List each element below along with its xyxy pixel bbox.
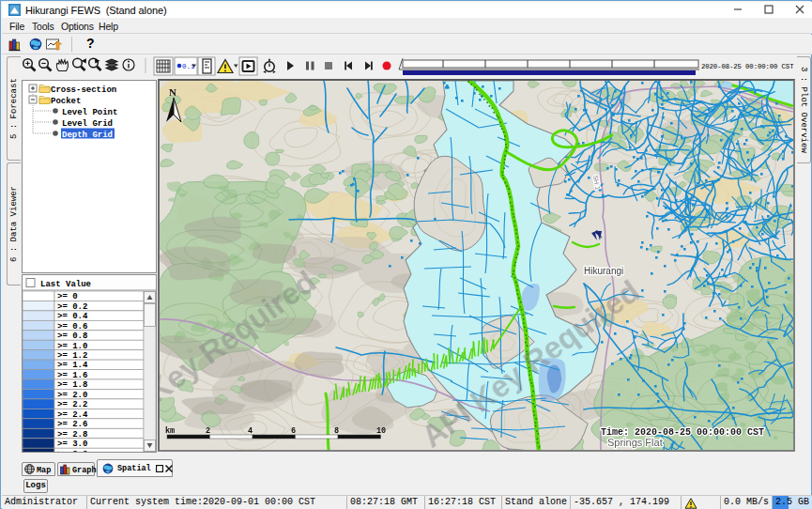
svg-text:0.1: 0.1 xyxy=(182,63,195,70)
svg-text:10: 10 xyxy=(376,426,386,436)
svg-text:>= 3.0: >= 3.0 xyxy=(57,440,87,449)
svg-text:>= 2.8: >= 2.8 xyxy=(57,430,87,440)
svg-text:>= 2.2: >= 2.2 xyxy=(57,400,87,409)
svg-text:km: km xyxy=(165,426,175,436)
svg-text:N: N xyxy=(169,86,176,98)
svg-text:>= 1.8: >= 1.8 xyxy=(57,380,87,390)
svg-text:>= 0: >= 0 xyxy=(57,292,78,301)
svg-text:>= 1.4: >= 1.4 xyxy=(57,361,88,370)
svg-text:>= 2.6: >= 2.6 xyxy=(57,420,87,429)
svg-text:Level Grid: Level Grid xyxy=(62,119,113,129)
svg-text:4: 4 xyxy=(248,426,253,436)
svg-text:Hikurangi: Hikurangi xyxy=(584,266,623,276)
svg-text:>= 1.2: >= 1.2 xyxy=(57,351,87,361)
svg-text:>= 1.0: >= 1.0 xyxy=(57,342,87,351)
svg-text:Last Value: Last Value xyxy=(40,280,91,289)
svg-text:>= 1.6: >= 1.6 xyxy=(57,371,87,380)
svg-text:8: 8 xyxy=(334,426,339,436)
svg-text:>= 2.0: >= 2.0 xyxy=(57,391,87,400)
svg-text:Cross-section: Cross-section xyxy=(51,85,116,95)
svg-text:>= 0.8: >= 0.8 xyxy=(57,332,87,341)
svg-text:2020-08-25 00:00:00 CST: 2020-08-25 00:00:00 CST xyxy=(701,63,794,70)
svg-text:Time: 2020-08-25 00:00:00 CST: Time: 2020-08-25 00:00:00 CST xyxy=(601,427,764,438)
svg-text:>= 2.4: >= 2.4 xyxy=(57,410,88,420)
svg-text:6: 6 xyxy=(291,426,296,436)
svg-text:Depth Grid: Depth Grid xyxy=(62,131,113,140)
svg-text:Springs Flat: Springs Flat xyxy=(607,437,663,448)
svg-text:>= 0.2: >= 0.2 xyxy=(57,302,87,312)
svg-text:>= 0.6: >= 0.6 xyxy=(57,322,87,332)
svg-text:>= 0.4: >= 0.4 xyxy=(57,312,88,321)
svg-text:Level Point: Level Point xyxy=(62,108,117,117)
svg-text:Pocket: Pocket xyxy=(51,97,81,106)
svg-text:>= 3.2: >= 3.2 xyxy=(57,450,87,453)
svg-text:2: 2 xyxy=(206,426,210,436)
